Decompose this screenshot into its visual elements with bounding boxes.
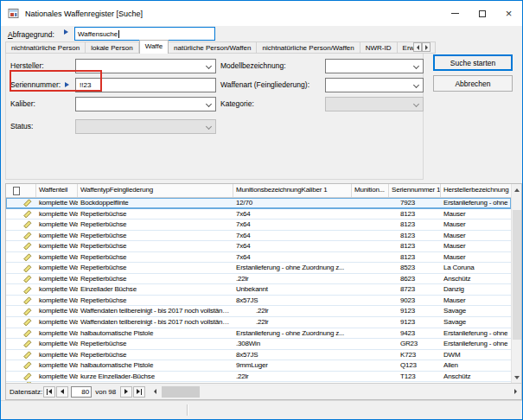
scroll-up-button[interactable] bbox=[512, 184, 522, 195]
cell-teil: komplette Waffe bbox=[36, 263, 78, 273]
cell-mun2 bbox=[352, 317, 389, 328]
table-row[interactable]: komplette WaffeRepetierbüchse8x57JSK723D… bbox=[6, 350, 511, 361]
vertical-scrollbar[interactable] bbox=[511, 184, 521, 383]
bar-icon bbox=[141, 389, 142, 395]
column-header-munition[interactable]: Munition... bbox=[352, 184, 389, 197]
table-row[interactable]: komplette WaffeEinzellader BüchseUnbekan… bbox=[6, 284, 511, 296]
cancel-button[interactable]: Abbrechen bbox=[433, 75, 513, 92]
table-row[interactable]: komplette WaffeBockdoppelflinte12/707923… bbox=[6, 198, 511, 209]
cell-typ: Repetierbüchse bbox=[78, 263, 233, 273]
cell-mun: 9mmLuger bbox=[233, 360, 352, 371]
table-row[interactable]: komplette WaffeRepetierbüchse7x648123Mau… bbox=[6, 220, 511, 231]
record-number-input[interactable]: 80 bbox=[71, 386, 92, 398]
table-row[interactable]: komplette WaffeRepetierbüchseErstanliefe… bbox=[6, 263, 511, 274]
cell-teil: komplette Waffe bbox=[36, 296, 78, 306]
row-icon-cell bbox=[6, 339, 36, 349]
tab-nichtnat-rliche-person[interactable]: nichtnatürliche Person bbox=[5, 41, 86, 54]
maximize-button[interactable] bbox=[469, 1, 495, 26]
table-row[interactable]: komplette WaffeRepetierbüchse8x57JS9023M… bbox=[6, 296, 511, 307]
table-row[interactable]: komplette Waffehalbautomatische Pistole9… bbox=[6, 360, 511, 372]
table-row[interactable]: komplette WaffeWaffendaten teilbereinigt… bbox=[6, 306, 511, 317]
cell-typ: Repetierbüchse bbox=[78, 350, 233, 360]
cell-typ: Bockdoppelflinte bbox=[78, 198, 233, 208]
horizontal-scrollbar[interactable] bbox=[150, 386, 521, 398]
column-header-seriennummer[interactable]: Seriennummer 1 bbox=[389, 184, 441, 197]
record-note-icon bbox=[22, 339, 32, 348]
cell-typ: Repetierbüchse bbox=[78, 241, 233, 251]
tab-scroll-left-button[interactable] bbox=[413, 42, 422, 52]
row-icon-cell bbox=[6, 263, 36, 273]
chevron-left-icon bbox=[154, 389, 156, 394]
modellbezeichnung-combo[interactable] bbox=[325, 59, 424, 73]
table-row[interactable]: komplette WaffeRepetierbüchse7x648123Mau… bbox=[6, 241, 511, 252]
scroll-right-button[interactable] bbox=[510, 386, 521, 398]
tab-waffe[interactable]: Waffe bbox=[139, 40, 169, 54]
cell-her: Anschütz bbox=[441, 274, 473, 284]
tab-nwr-id[interactable]: NWR-ID bbox=[360, 41, 398, 54]
cell-her: Mauser bbox=[441, 241, 468, 251]
cell-ser: 8123 bbox=[389, 252, 441, 263]
cell-mun2 bbox=[352, 252, 389, 263]
cell-ser: 8123 bbox=[389, 241, 441, 251]
chevron-right-icon bbox=[514, 389, 517, 394]
table-row[interactable]: komplette WaffeRepetierbüchse.308WinGR23… bbox=[6, 339, 511, 350]
record-note-icon bbox=[22, 360, 32, 370]
record-note-icon bbox=[22, 252, 32, 262]
column-header-waffentyp[interactable]: WaffentypFeingliederung bbox=[78, 184, 233, 197]
waffenart-combo[interactable] bbox=[325, 78, 424, 92]
row-icon-cell bbox=[6, 209, 36, 220]
row-icon-cell bbox=[6, 317, 36, 328]
cell-typ: halbautomatische Pistole bbox=[78, 328, 233, 339]
close-button[interactable]: × bbox=[495, 1, 522, 26]
table-row[interactable]: komplette Waffehalbautomatische PistoleE… bbox=[6, 328, 511, 340]
record-note-icon bbox=[22, 307, 32, 316]
cell-ser: 9123 bbox=[389, 317, 441, 328]
cell-mun: 8x57JS bbox=[233, 296, 352, 306]
arrow-right-icon bbox=[124, 389, 128, 394]
table-row[interactable]: komplette WaffeRepetierbüchse7x648123Mau… bbox=[6, 209, 511, 220]
cell-ser: 8523 bbox=[389, 263, 441, 273]
scroll-left-button[interactable] bbox=[150, 386, 161, 398]
horizontal-scroll-thumb[interactable] bbox=[162, 386, 200, 398]
cell-mun: Erstanlieferung - ohne Zuordnung z... bbox=[233, 328, 352, 339]
next-record-button[interactable] bbox=[120, 386, 132, 398]
table-row[interactable]: komplette Waffekurze Einzellader-Büchse.… bbox=[6, 372, 511, 383]
row-icon-cell bbox=[6, 220, 36, 230]
table-row[interactable]: komplette WaffeWaffendaten teilbereinigt… bbox=[6, 317, 511, 328]
previous-record-button[interactable] bbox=[56, 386, 68, 398]
table-row[interactable]: komplette WaffeRepetierbüchse7x648123Mau… bbox=[6, 252, 511, 264]
column-header-herstellerbezeichnung[interactable]: Herstellerbezeichnung bbox=[441, 184, 511, 197]
cell-teil: komplette Waffe bbox=[36, 360, 78, 371]
cell-typ: Repetierbüchse bbox=[78, 274, 233, 284]
table-row[interactable]: komplette WaffeRepetierbüchse.22lr8623An… bbox=[6, 274, 511, 285]
column-header-waffenteil[interactable]: Waffenteil bbox=[36, 184, 78, 197]
hersteller-combo[interactable] bbox=[75, 59, 216, 73]
arrow-left-icon bbox=[61, 389, 64, 394]
tab-nichtnat-rliche-person-waffen[interactable]: nichtnatürliche Person/Waffen bbox=[257, 41, 360, 54]
row-header-column[interactable] bbox=[6, 184, 36, 197]
last-record-button[interactable] bbox=[133, 386, 145, 398]
row-icon-cell bbox=[6, 372, 36, 382]
seriennummer-input[interactable]: !!23 bbox=[75, 78, 216, 92]
cell-mun2 bbox=[352, 231, 389, 241]
first-record-button[interactable] bbox=[43, 386, 55, 398]
record-note-icon bbox=[22, 231, 32, 240]
cell-mun: 7x64 bbox=[233, 220, 352, 230]
tab-nat-rliche-person-waffen[interactable]: natürliche Person/Waffen bbox=[169, 41, 257, 54]
tab-lokale-person[interactable]: lokale Person bbox=[86, 41, 138, 54]
cell-ser: Q123 bbox=[389, 360, 441, 371]
query-reason-input[interactable]: Waffensuche bbox=[74, 27, 215, 41]
column-header-munitionsbezeichnung[interactable]: MunitionsbezeichnungKaliber 1 bbox=[233, 184, 352, 197]
scroll-down-button[interactable] bbox=[512, 372, 522, 383]
text-caret bbox=[118, 30, 119, 38]
vertical-scroll-thumb[interactable] bbox=[513, 210, 521, 340]
seriennummer-label: Seriennummer: bbox=[10, 80, 61, 89]
minimize-button[interactable] bbox=[442, 1, 469, 26]
cell-mun2 bbox=[352, 241, 389, 251]
cell-teil: komplette Waffe bbox=[36, 274, 78, 284]
kaliber-combo[interactable] bbox=[75, 97, 216, 111]
start-search-button[interactable]: Suche starten bbox=[433, 54, 513, 71]
tab-scroll-right-button[interactable] bbox=[422, 42, 431, 52]
cell-her: Erstanlieferung - ohne bbox=[441, 198, 510, 208]
table-row[interactable]: komplette WaffeRepetierbüchse7x648123Mau… bbox=[6, 231, 511, 242]
